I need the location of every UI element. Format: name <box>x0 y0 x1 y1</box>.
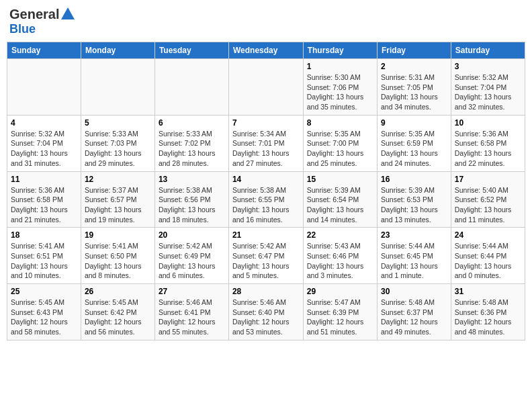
calendar-cell: 18Sunrise: 5:41 AM Sunset: 6:51 PM Dayli… <box>7 228 81 284</box>
day-info: Sunrise: 5:41 AM Sunset: 6:50 PM Dayligh… <box>85 241 151 281</box>
calendar-cell: 10Sunrise: 5:36 AM Sunset: 6:58 PM Dayli… <box>451 115 525 171</box>
day-number: 29 <box>307 287 373 296</box>
page-header: General Blue <box>7 7 525 36</box>
logo: General Blue <box>9 7 75 36</box>
day-info: Sunrise: 5:36 AM Sunset: 6:58 PM Dayligh… <box>455 129 521 169</box>
calendar-cell: 28Sunrise: 5:46 AM Sunset: 6:40 PM Dayli… <box>228 284 303 340</box>
day-number: 6 <box>159 118 225 128</box>
day-number: 12 <box>85 175 151 184</box>
day-info: Sunrise: 5:40 AM Sunset: 6:52 PM Dayligh… <box>455 185 521 225</box>
day-info: Sunrise: 5:31 AM Sunset: 7:05 PM Dayligh… <box>381 73 447 112</box>
day-number: 26 <box>85 287 151 296</box>
calendar-cell: 2Sunrise: 5:31 AM Sunset: 7:05 PM Daylig… <box>378 59 451 116</box>
calendar-cell: 24Sunrise: 5:44 AM Sunset: 6:44 PM Dayli… <box>451 228 525 284</box>
calendar-cell: 5Sunrise: 5:33 AM Sunset: 7:03 PM Daylig… <box>81 115 154 171</box>
day-info: Sunrise: 5:33 AM Sunset: 7:02 PM Dayligh… <box>159 129 225 169</box>
day-number: 4 <box>11 118 77 128</box>
day-info: Sunrise: 5:38 AM Sunset: 6:55 PM Dayligh… <box>232 185 300 225</box>
header-sunday: Sunday <box>7 42 81 59</box>
day-number: 31 <box>455 287 521 296</box>
calendar-cell: 25Sunrise: 5:45 AM Sunset: 6:43 PM Dayli… <box>7 284 81 340</box>
logo-text-general: General <box>9 7 59 22</box>
calendar-week-2: 4Sunrise: 5:32 AM Sunset: 7:04 PM Daylig… <box>7 115 525 171</box>
day-info: Sunrise: 5:33 AM Sunset: 7:03 PM Dayligh… <box>85 129 151 169</box>
day-info: Sunrise: 5:45 AM Sunset: 6:42 PM Dayligh… <box>85 298 151 337</box>
logo-text-blue: Blue <box>9 22 36 36</box>
calendar-cell: 14Sunrise: 5:38 AM Sunset: 6:55 PM Dayli… <box>228 171 303 228</box>
day-number: 21 <box>232 230 300 240</box>
day-info: Sunrise: 5:35 AM Sunset: 6:59 PM Dayligh… <box>381 129 447 169</box>
day-number: 20 <box>159 230 225 240</box>
day-info: Sunrise: 5:39 AM Sunset: 6:54 PM Dayligh… <box>307 185 373 225</box>
day-info: Sunrise: 5:32 AM Sunset: 7:04 PM Dayligh… <box>455 73 521 112</box>
day-number: 14 <box>232 175 300 184</box>
day-number: 24 <box>455 230 521 240</box>
calendar-cell: 17Sunrise: 5:40 AM Sunset: 6:52 PM Dayli… <box>451 171 525 228</box>
day-info: Sunrise: 5:48 AM Sunset: 6:36 PM Dayligh… <box>455 298 521 337</box>
calendar-table: SundayMondayTuesdayWednesdayThursdayFrid… <box>7 42 525 340</box>
day-number: 28 <box>232 287 300 296</box>
calendar-cell: 16Sunrise: 5:39 AM Sunset: 6:53 PM Dayli… <box>378 171 451 228</box>
day-number: 8 <box>307 118 373 128</box>
day-number: 27 <box>159 287 225 296</box>
calendar-body: 1Sunrise: 5:30 AM Sunset: 7:06 PM Daylig… <box>7 59 525 340</box>
day-number: 1 <box>307 62 373 71</box>
day-number: 18 <box>11 230 77 240</box>
day-number: 7 <box>232 118 300 128</box>
day-number: 30 <box>381 287 447 296</box>
day-number: 10 <box>455 118 521 128</box>
day-info: Sunrise: 5:46 AM Sunset: 6:40 PM Dayligh… <box>232 298 300 337</box>
calendar-cell: 4Sunrise: 5:32 AM Sunset: 7:04 PM Daylig… <box>7 115 81 171</box>
day-info: Sunrise: 5:34 AM Sunset: 7:01 PM Dayligh… <box>232 129 300 169</box>
day-info: Sunrise: 5:44 AM Sunset: 6:44 PM Dayligh… <box>455 241 521 281</box>
day-info: Sunrise: 5:44 AM Sunset: 6:45 PM Dayligh… <box>381 241 447 281</box>
header-wednesday: Wednesday <box>228 42 303 59</box>
header-saturday: Saturday <box>451 42 525 59</box>
day-number: 13 <box>159 175 225 184</box>
calendar-week-1: 1Sunrise: 5:30 AM Sunset: 7:06 PM Daylig… <box>7 59 525 116</box>
calendar-week-3: 11Sunrise: 5:36 AM Sunset: 6:58 PM Dayli… <box>7 171 525 228</box>
calendar-cell: 21Sunrise: 5:42 AM Sunset: 6:47 PM Dayli… <box>228 228 303 284</box>
day-number: 9 <box>381 118 447 128</box>
day-info: Sunrise: 5:36 AM Sunset: 6:58 PM Dayligh… <box>11 185 77 225</box>
day-info: Sunrise: 5:30 AM Sunset: 7:06 PM Dayligh… <box>307 73 373 112</box>
calendar-week-5: 25Sunrise: 5:45 AM Sunset: 6:43 PM Dayli… <box>7 284 525 340</box>
calendar-cell: 22Sunrise: 5:43 AM Sunset: 6:46 PM Dayli… <box>303 228 377 284</box>
calendar-cell: 3Sunrise: 5:32 AM Sunset: 7:04 PM Daylig… <box>451 59 525 116</box>
calendar-cell: 26Sunrise: 5:45 AM Sunset: 6:42 PM Dayli… <box>81 284 154 340</box>
day-number: 16 <box>381 175 447 184</box>
calendar-cell: 7Sunrise: 5:34 AM Sunset: 7:01 PM Daylig… <box>228 115 303 171</box>
calendar-cell: 30Sunrise: 5:48 AM Sunset: 6:37 PM Dayli… <box>378 284 451 340</box>
calendar-cell: 13Sunrise: 5:38 AM Sunset: 6:56 PM Dayli… <box>154 171 228 228</box>
day-number: 19 <box>85 230 151 240</box>
calendar-cell: 11Sunrise: 5:36 AM Sunset: 6:58 PM Dayli… <box>7 171 81 228</box>
day-info: Sunrise: 5:48 AM Sunset: 6:37 PM Dayligh… <box>381 298 447 337</box>
day-info: Sunrise: 5:47 AM Sunset: 6:39 PM Dayligh… <box>307 298 373 337</box>
header-friday: Friday <box>378 42 451 59</box>
calendar-header-row: SundayMondayTuesdayWednesdayThursdayFrid… <box>7 42 525 59</box>
day-number: 23 <box>381 230 447 240</box>
day-info: Sunrise: 5:45 AM Sunset: 6:43 PM Dayligh… <box>11 298 77 337</box>
day-number: 5 <box>85 118 151 128</box>
calendar-cell: 20Sunrise: 5:42 AM Sunset: 6:49 PM Dayli… <box>154 228 228 284</box>
day-number: 17 <box>455 175 521 184</box>
calendar-cell: 31Sunrise: 5:48 AM Sunset: 6:36 PM Dayli… <box>451 284 525 340</box>
day-number: 3 <box>455 62 521 71</box>
day-info: Sunrise: 5:32 AM Sunset: 7:04 PM Dayligh… <box>11 129 77 169</box>
day-info: Sunrise: 5:37 AM Sunset: 6:57 PM Dayligh… <box>85 185 151 225</box>
day-number: 25 <box>11 287 77 296</box>
day-info: Sunrise: 5:35 AM Sunset: 7:00 PM Dayligh… <box>307 129 373 169</box>
calendar-cell <box>7 59 81 116</box>
calendar-cell: 12Sunrise: 5:37 AM Sunset: 6:57 PM Dayli… <box>81 171 154 228</box>
calendar-cell <box>81 59 154 116</box>
calendar-cell: 1Sunrise: 5:30 AM Sunset: 7:06 PM Daylig… <box>303 59 377 116</box>
calendar-cell: 6Sunrise: 5:33 AM Sunset: 7:02 PM Daylig… <box>154 115 228 171</box>
calendar-cell: 9Sunrise: 5:35 AM Sunset: 6:59 PM Daylig… <box>378 115 451 171</box>
day-number: 22 <box>307 230 373 240</box>
calendar-cell: 29Sunrise: 5:47 AM Sunset: 6:39 PM Dayli… <box>303 284 377 340</box>
day-info: Sunrise: 5:38 AM Sunset: 6:56 PM Dayligh… <box>159 185 225 225</box>
calendar-cell: 27Sunrise: 5:46 AM Sunset: 6:41 PM Dayli… <box>154 284 228 340</box>
calendar-cell: 23Sunrise: 5:44 AM Sunset: 6:45 PM Dayli… <box>378 228 451 284</box>
header-thursday: Thursday <box>303 42 377 59</box>
day-info: Sunrise: 5:46 AM Sunset: 6:41 PM Dayligh… <box>159 298 225 337</box>
